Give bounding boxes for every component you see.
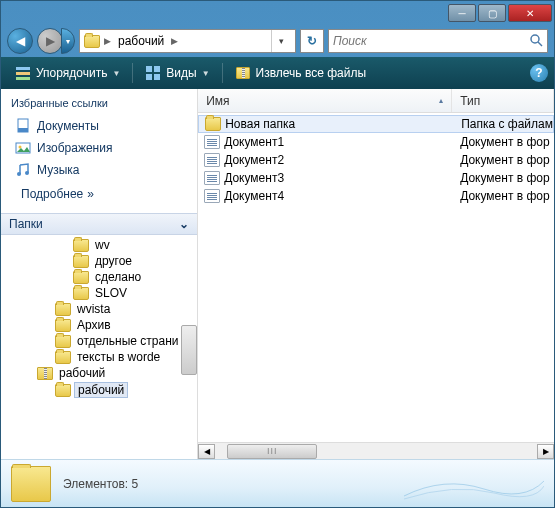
folder-icon (55, 384, 71, 397)
column-type-label: Тип (460, 94, 480, 108)
folder-icon (55, 319, 71, 332)
favlink-label: Изображения (37, 141, 112, 155)
views-label: Виды (166, 66, 196, 80)
favlink-music[interactable]: Музыка (11, 159, 187, 181)
tree-node[interactable]: рабочий (1, 381, 197, 399)
tree-node[interactable]: рабочий (1, 365, 197, 381)
tree-node-label: сделано (92, 270, 144, 284)
document-icon (204, 171, 220, 185)
tree-node-label: рабочий (74, 382, 128, 398)
tree-node[interactable]: wv (1, 237, 197, 253)
back-button[interactable]: ◀ (7, 28, 33, 54)
chevron-right-icon: » (87, 187, 94, 201)
navigation-pane: Избранные ссылки Документы Изображения (1, 89, 198, 459)
maximize-button[interactable]: ▢ (478, 4, 506, 22)
svg-rect-2 (16, 67, 30, 70)
column-headers: Имя ▴ Тип (198, 89, 554, 113)
file-list[interactable]: Новая папкаПапка с файламДокумент1Докуме… (198, 113, 554, 442)
favlink-label: Документы (37, 119, 99, 133)
svg-rect-7 (146, 74, 152, 80)
document-icon (204, 189, 220, 203)
address-dropdown[interactable]: ▾ (271, 30, 291, 52)
favlink-documents[interactable]: Документы (11, 115, 187, 137)
tree-node[interactable]: тексты в worde (1, 349, 197, 365)
command-bar: Упорядочить ▼ Виды ▼ Извлечь все файлы ? (1, 57, 554, 89)
horizontal-scrollbar: ◀ III ▶ (198, 442, 554, 459)
tree-node-label: wv (92, 238, 113, 252)
details-text: Элементов: 5 (63, 477, 138, 491)
file-type: Документ в фор (452, 153, 554, 167)
svg-rect-4 (16, 77, 30, 80)
tree-node-label: тексты в worde (74, 350, 163, 364)
file-row[interactable]: Документ1Документ в фор (198, 133, 554, 151)
tree-node-label: рабочий (56, 366, 108, 380)
decorative-wave (404, 471, 544, 501)
refresh-button[interactable]: ↻ (300, 29, 324, 53)
breadcrumb-item[interactable]: рабочий (115, 33, 167, 49)
forward-button[interactable]: ▶ (37, 28, 63, 54)
file-name: Новая папка (225, 117, 295, 131)
nav-history-dropdown[interactable]: ▾ (61, 28, 75, 54)
breadcrumb-sep-icon: ▶ (104, 36, 111, 46)
file-row[interactable]: Документ2Документ в фор (198, 151, 554, 169)
views-button[interactable]: Виды ▼ (137, 62, 217, 84)
folders-header-label: Папки (9, 217, 43, 231)
help-button[interactable]: ? (530, 64, 548, 82)
tree-node[interactable]: отдельные страни (1, 333, 197, 349)
folder-icon (55, 335, 71, 348)
favorite-links: Избранные ссылки Документы Изображения (1, 89, 197, 213)
folder-icon (55, 303, 71, 316)
favlink-label: Музыка (37, 163, 79, 177)
address-bar[interactable]: ▶ рабочий ▶ ▾ (79, 29, 296, 53)
file-name: Документ3 (224, 171, 284, 185)
column-name[interactable]: Имя ▴ (198, 89, 452, 112)
file-type: Документ в фор (452, 135, 554, 149)
folder-icon (205, 117, 221, 131)
organize-icon (15, 65, 31, 81)
breadcrumb-sep-icon: ▶ (171, 36, 178, 46)
file-row[interactable]: Новая папкаПапка с файлам (198, 115, 554, 133)
scrollbar-thumb[interactable]: III (227, 444, 317, 459)
content-area: Избранные ссылки Документы Изображения (1, 89, 554, 459)
tree-node-label: отдельные страни (74, 334, 181, 348)
tree-scrollbar-thumb[interactable] (181, 325, 197, 375)
favlink-pictures[interactable]: Изображения (11, 137, 187, 159)
column-name-label: Имя (206, 94, 229, 108)
search-box[interactable] (328, 29, 548, 53)
column-type[interactable]: Тип (452, 89, 554, 112)
file-row[interactable]: Документ4Документ в фор (198, 187, 554, 205)
file-type: Документ в фор (452, 189, 554, 203)
folder-icon (55, 351, 71, 364)
file-row[interactable]: Документ3Документ в фор (198, 169, 554, 187)
chevron-down-icon: ⌄ (179, 217, 189, 231)
organize-label: Упорядочить (36, 66, 107, 80)
folders-header[interactable]: Папки ⌄ (1, 213, 197, 235)
refresh-icon: ↻ (307, 34, 317, 48)
search-icon[interactable] (529, 33, 543, 50)
music-icon (15, 162, 31, 178)
svg-rect-8 (154, 74, 160, 80)
close-button[interactable]: ✕ (508, 4, 552, 22)
search-input[interactable] (333, 34, 529, 48)
tree-node[interactable]: другое (1, 253, 197, 269)
organize-button[interactable]: Упорядочить ▼ (7, 62, 128, 84)
pictures-icon (15, 140, 31, 156)
tree-node[interactable]: Архив (1, 317, 197, 333)
tree-node[interactable]: wvista (1, 301, 197, 317)
tree-node-label: другое (92, 254, 135, 268)
tree-node[interactable]: SLOV (1, 285, 197, 301)
tree-node-label: Архив (74, 318, 114, 332)
more-link[interactable]: Подробнее » (11, 181, 187, 205)
scroll-left-button[interactable]: ◀ (198, 444, 215, 459)
zip-folder-icon (37, 367, 53, 380)
nav-bar: ◀ ▶ ▾ ▶ рабочий ▶ ▾ ↻ (1, 25, 554, 57)
tree-node[interactable]: сделано (1, 269, 197, 285)
scroll-right-button[interactable]: ▶ (537, 444, 554, 459)
minimize-button[interactable]: ─ (448, 4, 476, 22)
folder-icon (73, 271, 89, 284)
views-icon (145, 65, 161, 81)
chevron-down-icon: ▼ (112, 69, 120, 78)
explorer-window: ─ ▢ ✕ ◀ ▶ ▾ ▶ рабочий ▶ ▾ ↻ (0, 0, 555, 508)
file-name: Документ4 (224, 189, 284, 203)
extract-all-button[interactable]: Извлечь все файлы (227, 62, 374, 84)
